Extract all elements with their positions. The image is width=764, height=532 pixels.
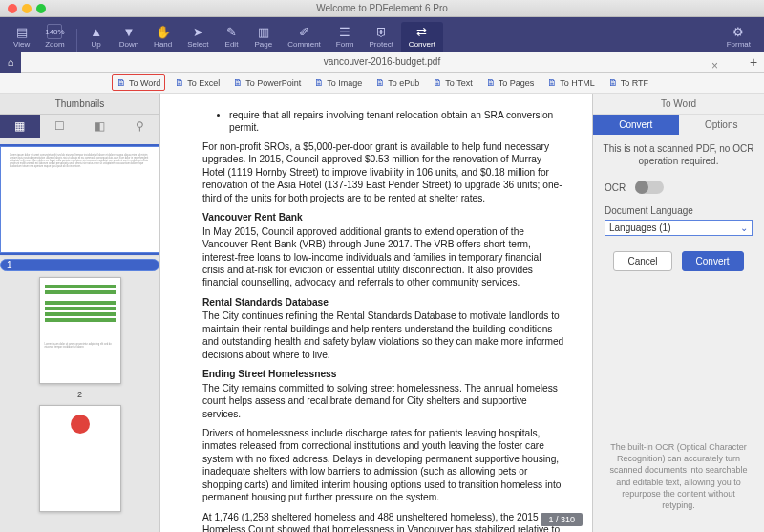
thumbnails-mode-icon[interactable]: ▦	[0, 115, 40, 138]
panel-tabs: Convert Options	[593, 115, 764, 135]
edit-tool[interactable]: ✎Edit	[216, 22, 246, 52]
thumbnail-list: Lorem ipsum dolor sit amet consectetur e…	[0, 138, 159, 532]
to-powerpoint-button[interactable]: 🗎To PowerPoint	[229, 75, 305, 90]
home-tab[interactable]: ⌂	[0, 52, 21, 73]
ocr-label: OCR	[605, 182, 626, 193]
search-mode-icon[interactable]: ⚲	[119, 115, 159, 138]
zoom-value: 140%	[47, 24, 62, 39]
shield-icon: ⛨	[373, 24, 389, 39]
heading: Ending Street Homelessness	[202, 368, 565, 380]
sidebar-title: Thumbnails	[0, 94, 159, 114]
cursor-icon: ➤	[190, 24, 205, 39]
arrow-down-icon: ▼	[121, 24, 137, 39]
paragraph: The City continues refining the Rental S…	[202, 309, 565, 361]
convert-panel: To Word Convert Options This is not a sc…	[592, 94, 764, 532]
document-tabbar: ⌂ vancouver-2016-budget.pdf× +	[0, 52, 764, 73]
chevron-down-icon: ⌄	[740, 223, 748, 233]
page-icon: ▥	[256, 24, 271, 39]
convert-button[interactable]: Convert	[682, 251, 744, 271]
ppt-icon: 🗎	[233, 77, 243, 88]
word-icon: 🗎	[117, 77, 126, 88]
down-tool[interactable]: ▼Down	[112, 22, 146, 52]
ocr-toggle[interactable]	[635, 181, 664, 194]
view-icon: ▤	[14, 24, 30, 39]
convert-tool[interactable]: ⇄Convert	[401, 22, 443, 52]
page-tool[interactable]: ▥Page	[246, 22, 280, 52]
thumbnail-label-2: 2	[77, 390, 82, 399]
epub-icon: 🗎	[375, 77, 385, 88]
language-label: Document Language	[605, 205, 693, 216]
tab-convert[interactable]: Convert	[593, 115, 679, 135]
image-icon: 🗎	[314, 77, 324, 88]
page-thumbnail-2[interactable]: Lorem ipsum dolor sit amet consectetur a…	[39, 277, 121, 384]
attachments-mode-icon[interactable]: ◧	[80, 115, 120, 138]
arrow-up-icon: ▲	[89, 24, 104, 39]
paragraph: For non-profit SROs, a $5,000-per-door g…	[202, 140, 565, 204]
pencil-icon: ✎	[223, 24, 239, 39]
pages-icon: 🗎	[486, 77, 496, 88]
to-excel-button[interactable]: 🗎To Excel	[171, 75, 223, 90]
to-image-button[interactable]: 🗎To Image	[310, 75, 366, 90]
page-thumbnail-1[interactable]: Lorem ipsum dolor sit amet consectetur e…	[0, 146, 159, 253]
ocr-status-message: This is not a scanned PDF, no OCR operat…	[593, 135, 764, 175]
protect-tool[interactable]: ⛨Protect	[362, 22, 401, 52]
divider	[76, 29, 77, 52]
view-tool[interactable]: ▤View	[6, 22, 37, 52]
to-pages-button[interactable]: 🗎To Pages	[482, 75, 539, 90]
comment-icon: ✐	[297, 24, 312, 39]
format-icon: ⚙	[731, 24, 746, 39]
thumbnail-label-1: 1	[0, 259, 159, 271]
select-tool[interactable]: ➤Select	[180, 22, 216, 52]
html-icon: 🗎	[547, 77, 557, 88]
to-html-button[interactable]: 🗎To HTML	[543, 75, 599, 90]
ocr-row: OCR	[593, 175, 764, 200]
paragraph: The City remains committed to solving st…	[202, 382, 565, 420]
tab-options[interactable]: Options	[679, 115, 765, 135]
to-text-button[interactable]: 🗎To Text	[429, 75, 476, 90]
home-icon: ⌂	[8, 56, 14, 68]
window-titlebar: Welcome to PDFelement 6 Pro	[0, 0, 764, 17]
excel-icon: 🗎	[175, 77, 184, 88]
convert-icon: ⇄	[414, 24, 430, 39]
cancel-button[interactable]: Cancel	[613, 251, 671, 271]
heading: Vancouver Rent Bank	[202, 211, 565, 223]
main-toolbar: ▤View 140%Zoom ▲Up ▼Down ✋Hand ➤Select ✎…	[0, 17, 764, 52]
panel-buttons: Cancel Convert	[593, 242, 764, 281]
page-content: require that all repairs involving tenan…	[160, 94, 592, 532]
to-epub-button[interactable]: 🗎To ePub	[371, 75, 423, 90]
text-icon: 🗎	[433, 77, 442, 88]
to-word-button[interactable]: 🗎To Word	[112, 74, 165, 91]
close-tab-icon[interactable]: ×	[711, 59, 718, 73]
format-tool[interactable]: ⚙Format	[719, 22, 758, 52]
language-select[interactable]: Languages (1)⌄	[605, 220, 753, 236]
bookmarks-mode-icon[interactable]: ☐	[40, 115, 80, 138]
file-tab[interactable]: vancouver-2016-budget.pdf×	[21, 56, 743, 67]
paragraph: Drivers of homelessness include discharg…	[202, 427, 565, 504]
form-tool[interactable]: ☰Form	[329, 22, 362, 52]
paragraph: At 1,746 (1,258 sheltered homeless and 4…	[202, 511, 565, 532]
document-viewport[interactable]: require that all repairs involving tenan…	[160, 94, 592, 532]
rtf-icon: 🗎	[608, 77, 618, 88]
hand-icon: ✋	[156, 24, 171, 39]
window-title: Welcome to PDFelement 6 Pro	[0, 3, 764, 13]
bullet-item: require that all repairs involving tenan…	[229, 109, 565, 135]
new-tab-button[interactable]: +	[743, 54, 764, 70]
sidebar-mode-tabs: ▦ ☐ ◧ ⚲	[0, 114, 159, 138]
up-tool[interactable]: ▲Up	[81, 22, 112, 52]
hand-tool[interactable]: ✋Hand	[146, 22, 180, 52]
thumbnails-sidebar: Thumbnails ▦ ☐ ◧ ⚲ Lorem ipsum dolor sit…	[0, 94, 160, 532]
to-rtf-button[interactable]: 🗎To RTF	[605, 75, 652, 90]
page-indicator[interactable]: 1 / 310	[541, 513, 583, 526]
page-thumbnail-3[interactable]	[39, 405, 121, 512]
zoom-tool[interactable]: 140%Zoom	[37, 22, 72, 52]
form-icon: ☰	[337, 24, 352, 39]
comment-tool[interactable]: ✐Comment	[280, 22, 329, 52]
ocr-help-text: The built-in OCR (Optical Character Reco…	[593, 432, 764, 521]
panel-title: To Word	[593, 94, 764, 115]
paragraph: In May 2015, Council approved additional…	[202, 225, 565, 289]
convert-subtoolbar: 🗎To Word 🗎To Excel 🗎To PowerPoint 🗎To Im…	[0, 73, 764, 94]
language-row: Document Language Languages (1)⌄	[593, 200, 764, 242]
heading: Rental Standards Database	[202, 296, 565, 309]
